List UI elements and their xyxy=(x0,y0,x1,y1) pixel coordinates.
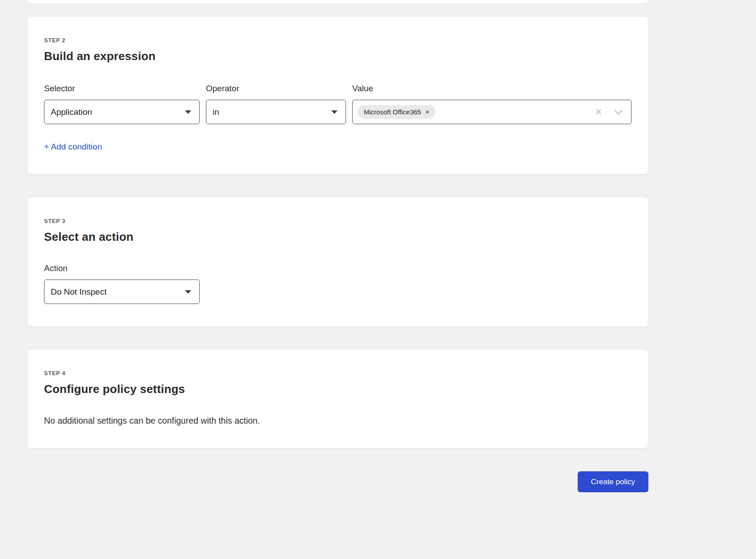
value-label: Value xyxy=(352,84,631,93)
expression-row: Selector Application Operator in Value M… xyxy=(44,84,631,124)
value-column: Value Microsoft Office365 ✕ ✕ xyxy=(352,84,631,124)
operator-value: in xyxy=(213,107,219,117)
value-chip[interactable]: Microsoft Office365 ✕ xyxy=(358,105,435,119)
value-multiselect[interactable]: Microsoft Office365 ✕ ✕ xyxy=(352,100,631,124)
step2-step-label: STEP 2 xyxy=(44,37,631,44)
selector-column: Selector Application xyxy=(44,84,200,124)
add-condition-link[interactable]: + Add condition xyxy=(44,142,102,152)
selector-select[interactable]: Application xyxy=(44,100,200,124)
previous-card-bottom-edge xyxy=(27,0,648,4)
chevron-down-icon xyxy=(185,290,191,294)
step4-title: Configure policy settings xyxy=(44,382,631,396)
chevron-down-icon xyxy=(185,110,191,114)
action-value: Do Not Inspect xyxy=(51,287,107,297)
action-label: Action xyxy=(44,263,631,273)
step3-title: Select an action xyxy=(44,230,631,244)
operator-select[interactable]: in xyxy=(206,100,346,124)
chevron-down-icon xyxy=(331,110,338,114)
step2-title: Build an expression xyxy=(44,49,631,63)
step2-card: STEP 2 Build an expression Selector Appl… xyxy=(27,16,648,174)
footer-actions: Create policy xyxy=(27,471,648,492)
action-select[interactable]: Do Not Inspect xyxy=(44,280,200,304)
step4-step-label: STEP 4 xyxy=(44,370,631,377)
operator-label: Operator xyxy=(206,84,346,93)
clear-all-icon[interactable]: ✕ xyxy=(595,108,602,116)
step3-step-label: STEP 3 xyxy=(44,218,631,224)
step3-card: STEP 3 Select an action Action Do Not In… xyxy=(27,197,648,327)
no-settings-note: No additional settings can be configured… xyxy=(44,416,631,426)
remove-chip-icon[interactable]: ✕ xyxy=(425,109,430,115)
selector-label: Selector xyxy=(44,84,200,93)
selector-value: Application xyxy=(51,107,92,117)
operator-column: Operator in xyxy=(206,84,346,124)
policy-builder: STEP 2 Build an expression Selector Appl… xyxy=(27,16,648,492)
create-policy-button[interactable]: Create policy xyxy=(578,471,648,492)
chevron-down-icon[interactable] xyxy=(614,106,622,114)
step4-card: STEP 4 Configure policy settings No addi… xyxy=(27,349,648,449)
value-chip-text: Microsoft Office365 xyxy=(364,108,421,116)
